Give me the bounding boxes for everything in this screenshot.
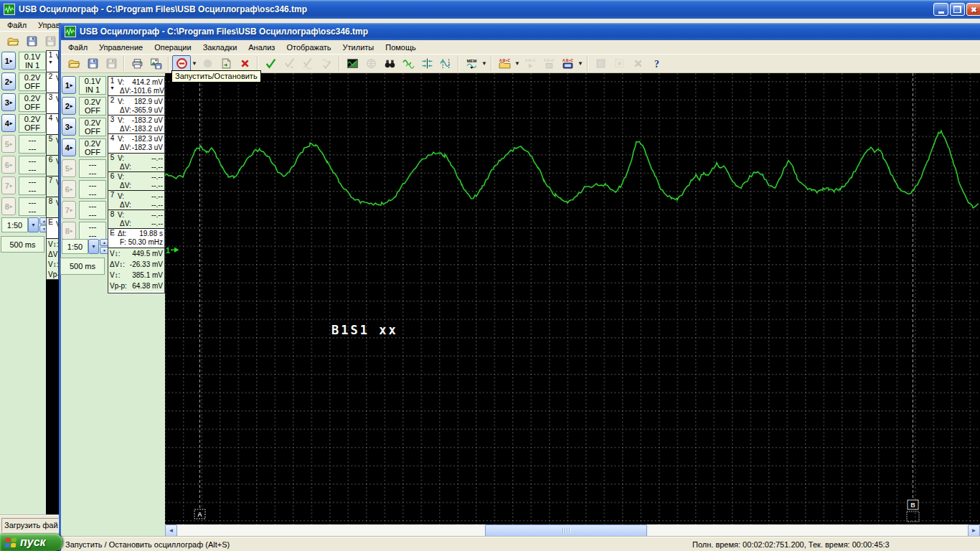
vertical-markers-button[interactable]: [418, 55, 436, 72]
open-file-button[interactable]: [65, 55, 83, 72]
measurement-values: V:414.2 mVΔV:-101.6 mV: [116, 77, 164, 95]
channel-7-button[interactable]: 7▸: [62, 201, 76, 219]
save-file-button[interactable]: [22, 32, 41, 50]
close-button[interactable]: ✖: [966, 3, 980, 16]
channel-1-button[interactable]: 1▸: [62, 76, 76, 94]
probe-ratio-value[interactable]: 1:50: [62, 239, 88, 254]
scroll-right-button[interactable]: ►: [968, 524, 980, 537]
measurement-row-6[interactable]: 6V:--.--ΔV:--.--: [108, 171, 164, 190]
search-button[interactable]: [380, 55, 399, 72]
channel-6-settings[interactable]: ------: [19, 156, 46, 174]
help-button[interactable]: ?: [647, 55, 666, 72]
measurement-row-4[interactable]: 4V:-182.3 uVΔV:-182.3 uV: [108, 133, 164, 152]
channel-3-button[interactable]: 3▸: [1, 93, 16, 111]
sine-markers-button[interactable]: [436, 55, 455, 72]
scrollbar-track[interactable]: [177, 524, 968, 537]
channel-5-settings[interactable]: ------: [19, 135, 46, 154]
measurement-row-8[interactable]: 8V:--.--ΔV:--.--: [108, 209, 164, 228]
horizontal-scrollbar[interactable]: ◄ ►: [165, 524, 980, 537]
menu-item-2[interactable]: Операции: [149, 42, 197, 53]
abc-display-button[interactable]: A:B+C: [558, 55, 577, 72]
value-label: V:: [118, 135, 124, 143]
channel-2-settings[interactable]: 0.2VOFF: [79, 97, 106, 116]
chevron-down-icon[interactable]: ▼: [28, 217, 39, 232]
scroll-left-button[interactable]: ◄: [165, 524, 177, 537]
start-button[interactable]: пуск: [0, 534, 62, 551]
background-probe-combo[interactable]: 1:50 ▼: [1, 217, 39, 232]
save-image-button[interactable]: [146, 55, 165, 72]
matrix-solid-button: [591, 55, 610, 72]
minimize-button[interactable]: [933, 3, 948, 16]
channel-7-button[interactable]: 7▸: [1, 176, 16, 194]
channel-7-settings[interactable]: ------: [79, 201, 106, 220]
abc-open-button[interactable]: A:B+C: [495, 55, 514, 72]
chevron-down-icon[interactable]: ▼: [577, 56, 584, 72]
restore-button[interactable]: [950, 3, 965, 16]
channel-7-settings[interactable]: ------: [19, 176, 46, 195]
menu-item-0[interactable]: Файл: [1, 19, 32, 31]
menu-item-5[interactable]: Отображать: [281, 42, 336, 53]
foreground-probe-combo[interactable]: 1:50 ▼: [62, 239, 99, 254]
chevron-down-icon[interactable]: ▼: [514, 56, 521, 72]
fit-signal-button[interactable]: [399, 55, 418, 72]
chevron-down-icon[interactable]: ▼: [88, 239, 99, 254]
channel-6-settings[interactable]: ------: [79, 180, 106, 199]
print-button[interactable]: [128, 55, 146, 72]
channel-1-settings[interactable]: 0.1VIN 1: [79, 76, 106, 95]
memory-button[interactable]: MEM: [462, 55, 481, 72]
background-measurement-row-6: 6V:ΔV:: [47, 155, 59, 176]
channel-4-settings[interactable]: 0.2VOFF: [19, 114, 46, 133]
channel-8-settings[interactable]: ------: [79, 222, 106, 240]
channel-4-settings[interactable]: 0.2VOFF: [79, 138, 106, 157]
menu-item-6[interactable]: Утилиты: [337, 42, 380, 53]
measurement-row-3[interactable]: 3V:-183.2 uVΔV:-183.2 uV: [108, 115, 164, 133]
measurement-row-E[interactable]: EΔt:19.88 sF:50.30 mHz: [108, 228, 164, 247]
background-timebase[interactable]: 500 ms: [1, 236, 44, 253]
chevron-down-icon[interactable]: ▼: [191, 56, 198, 72]
channel-3-settings[interactable]: 0.2VOFF: [19, 93, 46, 112]
channel-1-settings[interactable]: 0.1VIN 1: [19, 52, 46, 70]
open-file-button[interactable]: [4, 32, 22, 50]
single-capture-button[interactable]: [217, 55, 235, 72]
channel-6-button[interactable]: 6▸: [1, 156, 16, 174]
channel-range-value: ---: [29, 156, 37, 165]
start-stop-button[interactable]: [172, 55, 191, 72]
channel-6-button[interactable]: 6▸: [62, 180, 76, 198]
apply-check-button[interactable]: [261, 55, 280, 72]
channel-8-settings[interactable]: ------: [19, 197, 46, 216]
measurement-row-7[interactable]: 7V:--.--ΔV:--.--: [108, 190, 164, 209]
menu-item-3[interactable]: Закладки: [197, 42, 243, 53]
channel-3-settings[interactable]: 0.2VOFF: [79, 118, 106, 136]
probe-ratio-value[interactable]: 1:50: [1, 217, 28, 232]
save-file-button[interactable]: [83, 55, 102, 72]
channel-row: 3▸0.2VOFF: [60, 118, 106, 137]
stat-label: ΔV↕:: [110, 260, 125, 268]
channel-5-button[interactable]: 5▸: [1, 135, 16, 153]
scrollbar-thumb[interactable]: [485, 524, 647, 537]
channel-5-button[interactable]: 5▸: [62, 159, 76, 177]
channel-8-button[interactable]: 8▸: [1, 197, 16, 215]
oscilloscope-display[interactable]: A B 1 B1S1 xx: [165, 73, 980, 524]
channel-2-settings[interactable]: 0.2VOFF: [19, 72, 46, 91]
channel-4-button[interactable]: 4▸: [62, 138, 76, 156]
channel-4-button[interactable]: 4▸: [1, 114, 16, 132]
channel-input-value: OFF: [85, 127, 100, 136]
channel-5-settings[interactable]: ------: [79, 159, 106, 178]
menu-item-4[interactable]: Анализ: [242, 42, 281, 53]
measurement-row-2[interactable]: 2V:182.9 uVΔV:-365.9 uV: [108, 95, 164, 114]
foreground-timebase[interactable]: 500 ms: [60, 258, 105, 275]
chevron-down-icon[interactable]: ▼: [481, 56, 488, 72]
channel-2-button[interactable]: 2▸: [62, 97, 76, 115]
channel-row: 4▸0.2VOFF: [60, 138, 106, 158]
channel-8-button[interactable]: 8▸: [62, 222, 76, 240]
measurement-row-1[interactable]: 1▼V:414.2 mVΔV:-101.6 mV: [108, 77, 164, 95]
channel-1-button[interactable]: 1▸: [1, 52, 16, 70]
channel-2-button[interactable]: 2▸: [1, 72, 16, 90]
delete-button[interactable]: [235, 55, 254, 72]
menu-item-1[interactable]: Управление: [93, 42, 149, 53]
menu-item-7[interactable]: Помощь: [380, 42, 422, 53]
channel-3-button[interactable]: 3▸: [62, 118, 76, 136]
measurement-row-5[interactable]: 5V:--.--ΔV:--.--: [108, 153, 164, 171]
display-mode-button[interactable]: [343, 55, 362, 72]
menu-item-0[interactable]: Файл: [62, 42, 93, 53]
